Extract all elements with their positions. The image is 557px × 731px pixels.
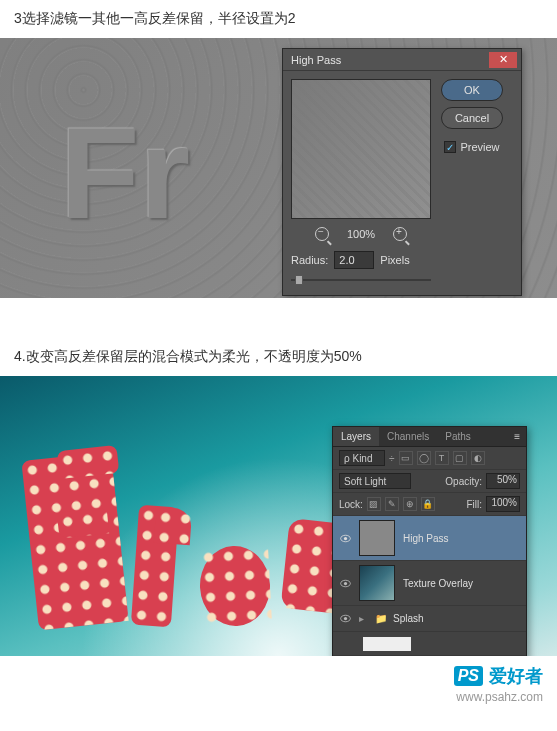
lock-transparent-icon[interactable]: ▨ — [367, 497, 381, 511]
visibility-icon[interactable] — [337, 611, 353, 627]
filter-shape-icon[interactable]: ▢ — [453, 451, 467, 465]
layer-row-texture[interactable]: Texture Overlay — [333, 561, 526, 606]
letter-F — [21, 452, 128, 630]
dialog-title: High Pass — [287, 54, 341, 66]
lock-pixels-icon[interactable]: ✎ — [385, 497, 399, 511]
layer-thumbnail[interactable] — [359, 565, 395, 601]
ok-button[interactable]: OK — [441, 79, 503, 101]
radius-label: Radius: — [291, 254, 328, 266]
fill-label: Fill: — [466, 499, 482, 510]
layer-name[interactable]: High Pass — [403, 533, 449, 544]
emboss-letter-f: Fr — [60, 98, 190, 248]
tab-channels[interactable]: Channels — [379, 427, 437, 446]
zoom-in-icon[interactable] — [393, 227, 407, 241]
watermark-url: www.psahz.com — [14, 690, 543, 704]
radius-slider[interactable] — [291, 273, 431, 287]
layer-row-highpass[interactable]: High Pass — [333, 516, 526, 561]
opacity-input[interactable]: 50% — [486, 473, 520, 489]
layer-name[interactable]: Splash — [393, 613, 424, 624]
svg-point-5 — [343, 617, 346, 620]
expand-arrow-icon[interactable]: ▸ — [359, 613, 371, 624]
filter-pixel-icon[interactable]: ▭ — [399, 451, 413, 465]
step-2-text: 4.改变高反差保留层的混合模式为柔光，不透明度为50% — [0, 338, 557, 376]
cancel-button[interactable]: Cancel — [441, 107, 503, 129]
layer-row-splash-group[interactable]: ▸ 📁 Splash — [333, 606, 526, 632]
lock-all-icon[interactable]: 🔒 — [421, 497, 435, 511]
filter-smart-icon[interactable]: ◐ — [471, 451, 485, 465]
close-icon[interactable]: ✕ — [489, 52, 517, 68]
lock-label: Lock: — [339, 499, 363, 510]
folder-icon: 📁 — [375, 613, 387, 624]
radius-unit: Pixels — [380, 254, 409, 266]
preview-thumbnail[interactable] — [291, 79, 431, 219]
step-1-image: Fr High Pass ✕ 100% Radius: Pixels — [0, 38, 557, 298]
tab-paths[interactable]: Paths — [437, 427, 479, 446]
layer-thumbnail[interactable] — [359, 520, 395, 556]
slider-thumb[interactable] — [295, 275, 303, 285]
visibility-icon[interactable] — [337, 575, 353, 591]
svg-point-1 — [343, 536, 346, 539]
layers-panel: Layers Channels Paths ≡ ρ Kind ÷ ▭ ◯ T ▢… — [332, 426, 527, 656]
kind-select[interactable]: ρ Kind — [339, 450, 385, 466]
watermark: PS 爱好者 www.psahz.com — [0, 656, 557, 718]
filter-adjust-icon[interactable]: ◯ — [417, 451, 431, 465]
preview-checkbox[interactable]: ✓ — [444, 141, 456, 153]
letter-F-arm2 — [57, 507, 109, 538]
filter-type-icon[interactable]: T — [435, 451, 449, 465]
opacity-label: Opacity: — [445, 476, 482, 487]
fill-input[interactable]: 100% — [486, 496, 520, 512]
watermark-brand: 爱好者 — [489, 664, 543, 688]
blend-mode-select[interactable]: Soft Light — [339, 473, 411, 489]
layer-thumbnail-small — [363, 637, 411, 651]
preview-checkbox-label: Preview — [460, 141, 499, 153]
zoom-percent: 100% — [347, 228, 375, 240]
lock-position-icon[interactable]: ⊕ — [403, 497, 417, 511]
letter-r-arc — [154, 507, 192, 545]
high-pass-dialog: High Pass ✕ 100% Radius: Pixels — [282, 48, 522, 296]
step-1-text: 3选择滤镜一其他一高反差保留，半径设置为2 — [0, 0, 557, 38]
dialog-titlebar[interactable]: High Pass ✕ — [283, 49, 521, 71]
radius-input[interactable] — [334, 251, 374, 269]
watermark-ps-logo: PS — [454, 666, 483, 686]
zoom-out-icon[interactable] — [315, 227, 329, 241]
layer-name[interactable]: Texture Overlay — [403, 578, 473, 589]
step-2-image: Layers Channels Paths ≡ ρ Kind ÷ ▭ ◯ T ▢… — [0, 376, 557, 656]
tab-layers[interactable]: Layers — [333, 427, 379, 446]
visibility-icon[interactable] — [337, 530, 353, 546]
letter-o — [198, 544, 272, 628]
panel-menu-icon[interactable]: ≡ — [508, 427, 526, 446]
svg-point-3 — [343, 581, 346, 584]
layer-row-extra[interactable] — [333, 632, 526, 656]
